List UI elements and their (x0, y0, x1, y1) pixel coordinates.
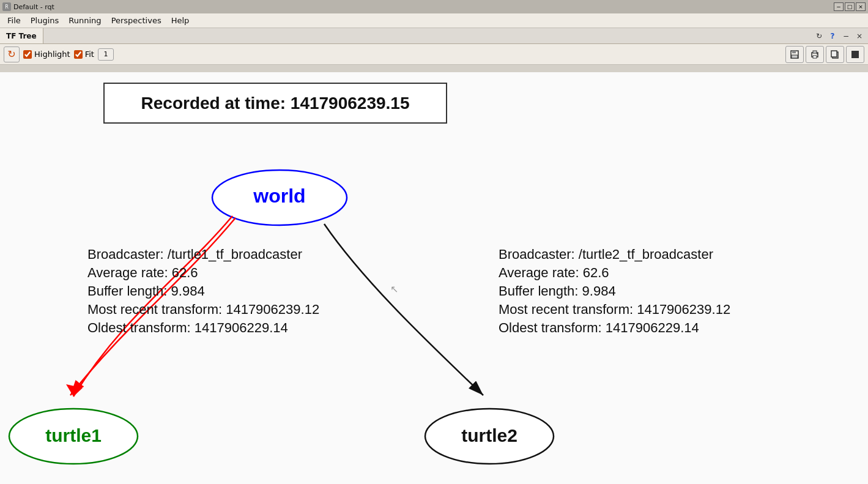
recorded-time-text: Recorded at time: 1417906239.15 (141, 94, 410, 113)
svg-rect-5 (813, 56, 817, 58)
print-button[interactable] (806, 46, 824, 63)
left-avg-rate: Average rate: 62.6 (87, 265, 198, 280)
canvas-area: Recorded at time: 1417906239.15 world tu… (0, 72, 868, 484)
menu-bar: File Plugins Running Perspectives Help (0, 13, 868, 28)
right-toolbar (785, 46, 864, 63)
toolbar: ↻ Highlight Fit 1 (0, 44, 868, 65)
minimize-icon: − (843, 32, 849, 40)
plugin-header-icons: ↻ ? − × (813, 28, 868, 43)
plugin-minimize-btn[interactable]: − (840, 30, 852, 42)
refresh-icon: ↻ (816, 32, 822, 40)
copy-icon (830, 50, 840, 59)
svg-rect-9 (851, 51, 859, 58)
badge-button[interactable]: 1 (98, 48, 114, 61)
app-icon: R (2, 2, 11, 11)
refresh-spin-icon: ↻ (7, 48, 15, 60)
right-oldest: Oldest transform: 1417906229.14 (499, 320, 699, 335)
right-broadcaster: Broadcaster: /turtle2_tf_broadcaster (499, 247, 713, 262)
save-icon (790, 50, 799, 59)
copy-button[interactable] (826, 46, 844, 63)
plugin-header: TF Tree ↻ ? − × (0, 28, 868, 44)
close-button[interactable]: × (856, 2, 866, 11)
left-broadcaster: Broadcaster: /turtle1_tf_broadcaster (87, 247, 302, 262)
menu-plugins[interactable]: Plugins (26, 15, 64, 26)
help-icon-btn[interactable]: ? (826, 30, 839, 42)
tree-diagram: Recorded at time: 1417906239.15 world tu… (0, 72, 868, 484)
export-button[interactable] (846, 46, 864, 63)
help-icon: ? (831, 32, 835, 40)
left-most-recent: Most recent transform: 1417906239.12 (87, 302, 319, 317)
refresh-icon-btn[interactable]: ↻ (813, 30, 825, 42)
window-title-bar: R Default - rqt − □ × (0, 0, 868, 13)
menu-perspectives[interactable]: Perspectives (106, 15, 166, 26)
right-most-recent: Most recent transform: 1417906239.12 (499, 302, 730, 317)
plugin-tab-tf-tree[interactable]: TF Tree (0, 28, 43, 43)
world-node-label: world (253, 185, 305, 207)
export-icon (850, 50, 860, 59)
svg-rect-2 (792, 55, 798, 58)
right-buffer-length: Buffer length: 9.984 (499, 283, 616, 299)
plugin-close-btn[interactable]: × (853, 30, 866, 42)
print-icon (810, 50, 820, 59)
svg-rect-4 (813, 51, 817, 53)
highlight-checkbox-label[interactable]: Highlight (23, 50, 70, 59)
left-oldest: Oldest transform: 1417906229.14 (87, 320, 288, 335)
window-controls: − □ × (834, 2, 866, 11)
highlight-checkbox[interactable] (23, 50, 32, 59)
close-icon: × (856, 32, 862, 40)
svg-rect-1 (792, 51, 796, 53)
turtle2-node-label: turtle2 (461, 425, 517, 445)
left-buffer-length: Buffer length: 9.984 (87, 283, 205, 299)
svg-text:↖: ↖ (390, 284, 398, 294)
menu-help[interactable]: Help (166, 15, 195, 26)
menu-file[interactable]: File (2, 15, 26, 26)
window-title: Default - rqt (13, 3, 831, 11)
badge-label: 1 (103, 50, 108, 58)
maximize-button[interactable]: □ (845, 2, 855, 11)
refresh-button[interactable]: ↻ (4, 47, 20, 62)
fit-checkbox-label[interactable]: Fit (74, 50, 94, 59)
right-avg-rate: Average rate: 62.6 (499, 265, 609, 280)
minimize-button[interactable]: − (834, 2, 844, 11)
menu-running[interactable]: Running (64, 15, 106, 26)
plugin-tab-label: TF Tree (6, 32, 37, 40)
turtle1-node-label: turtle1 (45, 425, 102, 445)
fit-label: Fit (85, 50, 94, 59)
svg-rect-8 (831, 51, 837, 57)
highlight-label: Highlight (34, 50, 70, 59)
fit-checkbox[interactable] (74, 50, 83, 59)
svg-point-6 (817, 53, 818, 54)
save-button[interactable] (785, 46, 804, 63)
